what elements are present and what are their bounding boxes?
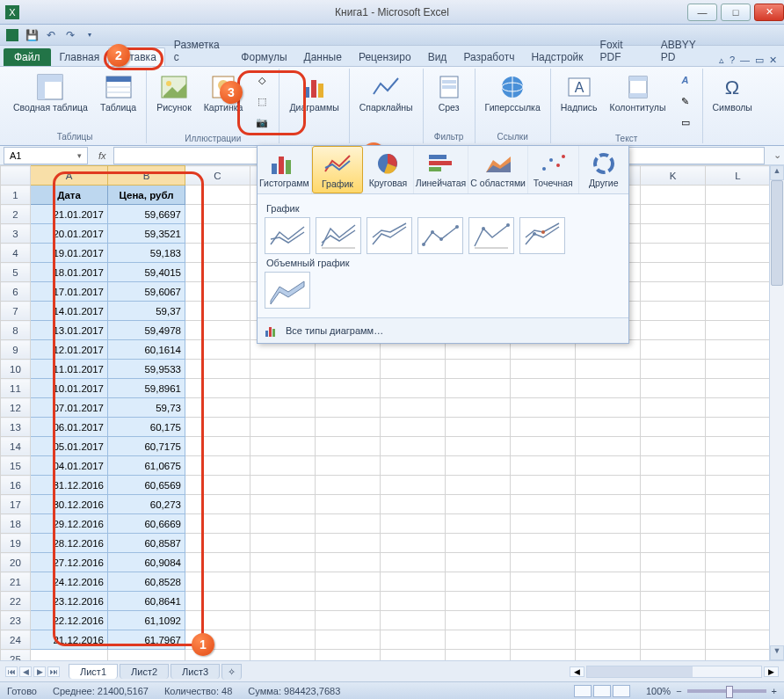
row-header[interactable]: 12 <box>1 398 31 418</box>
cell[interactable]: 27.12.2016 <box>31 553 108 572</box>
cell[interactable]: 60,6669 <box>108 514 185 534</box>
cell[interactable]: Дата <box>31 186 108 205</box>
cell[interactable]: 59,6067 <box>108 282 185 302</box>
row-header[interactable]: 18 <box>1 514 31 534</box>
sheet-nav-last[interactable]: ⏭ <box>47 666 60 677</box>
name-box[interactable]: A1 ▾ <box>4 147 88 164</box>
cell[interactable]: Цена, рубл <box>108 186 185 205</box>
cell[interactable]: 30.12.2016 <box>31 495 108 514</box>
sigline-button[interactable]: ✎ <box>674 91 697 111</box>
close-button[interactable]: ✕ <box>754 4 784 21</box>
cell[interactable]: 13.01.2017 <box>31 321 108 340</box>
row-header[interactable]: 25 <box>1 650 31 661</box>
cell[interactable]: 61,1092 <box>108 611 185 630</box>
cell[interactable]: 59,4978 <box>108 321 185 340</box>
cell[interactable]: 21.12.2016 <box>31 630 108 650</box>
screenshot-button[interactable]: 📷 <box>250 113 273 132</box>
cell[interactable]: 07.01.2017 <box>31 398 108 418</box>
row-header[interactable]: 2 <box>1 205 31 224</box>
doc-restore-icon[interactable]: ▭ <box>755 55 764 66</box>
chart-cat-pie[interactable]: Круговая <box>363 146 414 193</box>
tab-view[interactable]: Вид <box>420 48 455 66</box>
sheet-nav-prev[interactable]: ◀ <box>19 666 32 677</box>
row-header[interactable]: 9 <box>1 340 31 360</box>
zoom-slider[interactable] <box>687 689 766 693</box>
chart-cat-area[interactable]: С областями <box>468 146 528 193</box>
headerfooter-button[interactable]: Колонтитулы <box>606 70 671 116</box>
tab-data[interactable]: Данные <box>296 48 350 66</box>
cell[interactable]: 60,7175 <box>108 437 185 456</box>
undo-icon[interactable]: ↶ <box>44 28 58 42</box>
sparklines-button[interactable]: Спарклайны <box>355 70 417 116</box>
tab-developer[interactable]: Разработч <box>455 48 522 66</box>
row-header[interactable]: 5 <box>1 263 31 282</box>
select-all-corner[interactable] <box>1 166 31 186</box>
row-header[interactable]: 24 <box>1 630 31 650</box>
row-header[interactable]: 3 <box>1 224 31 244</box>
minimize-button[interactable]: — <box>687 4 717 21</box>
wordart-button[interactable]: A <box>674 70 697 90</box>
cell[interactable]: 59,183 <box>108 244 185 263</box>
cell[interactable]: 59,8961 <box>108 379 185 398</box>
cell[interactable]: 31.12.2016 <box>31 476 108 495</box>
cell[interactable]: 59,37 <box>108 302 185 321</box>
chart-cat-line[interactable]: График <box>312 146 364 193</box>
cell[interactable]: 21.01.2017 <box>31 205 108 224</box>
cell[interactable]: 59,9533 <box>108 360 185 379</box>
col-header-l[interactable]: L <box>706 166 771 186</box>
zoom-out-icon[interactable]: − <box>676 686 681 696</box>
cell[interactable]: 05.01.2017 <box>31 437 108 456</box>
symbols-button[interactable]: Ω Символы <box>708 70 757 116</box>
cell[interactable]: 60,8587 <box>108 534 185 553</box>
col-header-b[interactable]: B <box>108 166 185 186</box>
cell[interactable]: 22.12.2016 <box>31 611 108 630</box>
cell[interactable]: 60,9084 <box>108 553 185 572</box>
tab-formulas[interactable]: Формулы <box>233 48 294 66</box>
cell[interactable]: 61,0675 <box>108 456 185 476</box>
row-header[interactable]: 7 <box>1 302 31 321</box>
row-header[interactable]: 21 <box>1 572 31 592</box>
chart-cat-scatter[interactable]: Точечная <box>528 146 579 193</box>
doc-close-icon[interactable]: ✕ <box>769 55 777 66</box>
charts-button[interactable]: Диаграммы <box>285 70 343 116</box>
namebox-dropdown-icon[interactable]: ▾ <box>77 151 82 160</box>
cell[interactable]: 60,273 <box>108 495 185 514</box>
cell[interactable]: 18.01.2017 <box>31 263 108 282</box>
row-header[interactable]: 17 <box>1 495 31 514</box>
vertical-scrollbar[interactable]: ▲ ▼ <box>769 165 784 660</box>
object-button[interactable]: ▭ <box>674 113 697 132</box>
save-icon[interactable]: 💾 <box>25 28 39 42</box>
cell[interactable]: 14.01.2017 <box>31 302 108 321</box>
zoom-in-icon[interactable]: + <box>772 686 777 696</box>
sheet-nav-next[interactable]: ▶ <box>33 666 46 677</box>
cell[interactable]: 60,175 <box>108 418 185 437</box>
doc-minimize-icon[interactable]: — <box>740 55 750 66</box>
row-header[interactable]: 19 <box>1 534 31 553</box>
table-button[interactable]: Таблица <box>96 70 141 116</box>
tab-pagelayout[interactable]: Разметка с <box>166 36 233 66</box>
tab-abbyy[interactable]: ABBYY PD <box>653 36 718 66</box>
row-header[interactable]: 13 <box>1 418 31 437</box>
all-chart-types[interactable]: Все типы диаграмм… <box>258 317 628 343</box>
sheet-tab-new[interactable]: ✧ <box>221 664 242 680</box>
scroll-up-icon[interactable]: ▲ <box>770 165 784 180</box>
line-thumb-2[interactable] <box>316 217 361 254</box>
row-header[interactable]: 15 <box>1 456 31 476</box>
hscroll-right-icon[interactable]: ▶ <box>764 666 779 677</box>
line-thumb-3[interactable] <box>367 217 412 254</box>
textbox-button[interactable]: A Надпись <box>556 70 602 116</box>
cell[interactable]: 60,6569 <box>108 476 185 495</box>
cell[interactable]: 61,7967 <box>108 630 185 650</box>
horizontal-scrollbar[interactable] <box>586 666 762 678</box>
row-header[interactable]: 6 <box>1 282 31 302</box>
cell[interactable]: 19.01.2017 <box>31 244 108 263</box>
row-header[interactable]: 16 <box>1 476 31 495</box>
cell[interactable]: 10.01.2017 <box>31 379 108 398</box>
row-header[interactable]: 1 <box>1 186 31 205</box>
col-header-c[interactable]: C <box>185 166 250 186</box>
cell[interactable]: 06.01.2017 <box>31 418 108 437</box>
tab-foxit[interactable]: Foxit PDF <box>592 36 652 66</box>
cell[interactable]: 04.01.2017 <box>31 456 108 476</box>
line-3d-thumb[interactable] <box>265 272 310 309</box>
tab-insert[interactable]: Вставка <box>108 47 165 66</box>
